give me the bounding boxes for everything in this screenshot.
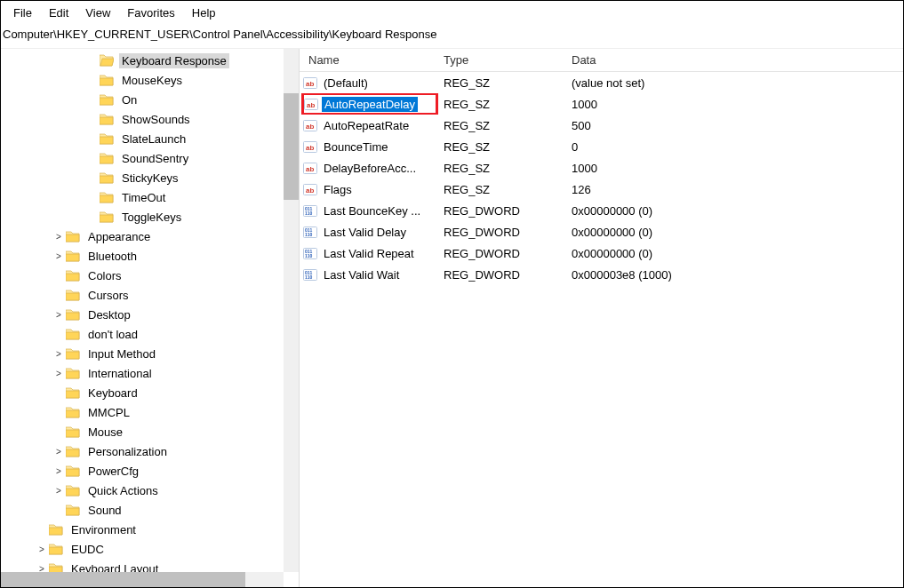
tree-item[interactable]: Keyboard	[1, 383, 299, 402]
tree-item[interactable]: >EUDC	[1, 539, 299, 559]
tree-item[interactable]: Colors	[1, 266, 299, 285]
address-bar[interactable]: Computer\HKEY_CURRENT_USER\Control Panel…	[1, 24, 903, 49]
svg-text:110: 110	[305, 253, 313, 258]
tree-item[interactable]: ShowSounds	[1, 109, 299, 129]
folder-icon	[66, 386, 80, 399]
tree-expander-icon[interactable]: >	[52, 466, 66, 476]
tree-item[interactable]: >Input Method	[1, 344, 299, 363]
folder-icon	[100, 171, 114, 184]
menu-favorites[interactable]: Favorites	[120, 4, 181, 22]
tree-item[interactable]: >Desktop	[1, 305, 299, 324]
value-name: (Default)	[321, 75, 371, 91]
value-type: REG_SZ	[438, 162, 566, 175]
dword-value-icon: 011110	[303, 203, 317, 218]
tree-item[interactable]: Environment	[1, 520, 299, 539]
folder-icon	[66, 425, 80, 438]
menu-view[interactable]: View	[78, 4, 117, 22]
tree-item-label: ShowSounds	[119, 112, 193, 127]
tree-item[interactable]: MouseKeys	[1, 70, 299, 90]
svg-text:110: 110	[305, 232, 313, 237]
column-header-name[interactable]: Name	[300, 53, 438, 67]
column-header-data[interactable]: Data	[566, 53, 903, 67]
tree-item-label: PowerCfg	[85, 464, 141, 479]
tree-item[interactable]: >Bluetooth	[1, 246, 299, 266]
svg-text:110: 110	[305, 274, 313, 280]
tree-item-label: On	[119, 92, 140, 107]
list-row[interactable]: abAutoRepeatDelayREG_SZ1000	[300, 93, 903, 115]
regedit-window: { "menubar": ["File","Edit","View","Favo…	[0, 0, 904, 588]
value-type: REG_DWORD	[438, 226, 566, 239]
value-type: REG_SZ	[438, 183, 566, 196]
string-value-icon: ab	[303, 161, 317, 175]
tree-item[interactable]: SoundSentry	[1, 148, 299, 168]
value-data: 0	[566, 140, 903, 154]
tree-expander-icon[interactable]: >	[52, 251, 66, 261]
address-text: Computer\HKEY_CURRENT_USER\Control Panel…	[3, 28, 436, 41]
folder-icon	[49, 562, 63, 572]
folder-icon	[100, 191, 114, 203]
tree-item[interactable]: Cursors	[1, 285, 299, 305]
tree-item-label: Keyboard Layout	[68, 561, 161, 573]
tree-item[interactable]: >Personalization	[1, 441, 299, 461]
tree-expander-icon[interactable]: >	[52, 232, 66, 242]
tree-item[interactable]: MMCPL	[1, 402, 299, 422]
menu-edit[interactable]: Edit	[42, 4, 76, 22]
tree-item[interactable]: >Appearance	[1, 226, 299, 246]
list-row[interactable]: 011110Last Valid WaitREG_DWORD0x000003e8…	[300, 264, 903, 285]
list-row[interactable]: 011110Last Valid RepeatREG_DWORD0x000000…	[300, 242, 903, 264]
value-type: REG_SZ	[438, 119, 566, 132]
value-data: (value not set)	[566, 76, 903, 90]
list-row[interactable]: 011110Last BounceKey ...REG_DWORD0x00000…	[300, 200, 903, 221]
tree-expander-icon[interactable]: >	[35, 544, 49, 554]
tree-item[interactable]: >Quick Actions	[1, 481, 299, 500]
tree-item[interactable]: ToggleKeys	[1, 207, 299, 226]
tree-expander-icon[interactable]: >	[52, 310, 66, 320]
tree-item[interactable]: don't load	[1, 324, 299, 344]
tree-expander-icon[interactable]: >	[52, 369, 66, 378]
tree-item[interactable]: TimeOut	[1, 187, 299, 207]
tree-item[interactable]: >Keyboard Layout	[1, 559, 299, 572]
tree-item-label: EUDC	[68, 542, 107, 557]
tree-item[interactable]: StickyKeys	[1, 168, 299, 187]
column-header-type[interactable]: Type	[438, 53, 566, 67]
tree-vertical-scrollbar-thumb[interactable]	[284, 93, 299, 200]
tree-item[interactable]: SlateLaunch	[1, 129, 299, 148]
content: Keyboard ResponseMouseKeysOnShowSoundsSl…	[1, 49, 903, 587]
folder-open-icon	[100, 54, 114, 67]
list-row[interactable]: 011110Last Valid DelayREG_DWORD0x0000000…	[300, 221, 903, 242]
svg-text:ab: ab	[306, 165, 314, 173]
list-row[interactable]: abFlagsREG_SZ126	[300, 179, 903, 200]
tree-vertical-scrollbar[interactable]	[284, 49, 299, 572]
tree-expander-icon[interactable]: >	[52, 349, 66, 359]
folder-icon	[66, 250, 80, 262]
tree-view[interactable]: Keyboard ResponseMouseKeysOnShowSoundsSl…	[1, 49, 299, 572]
tree-horizontal-scrollbar[interactable]	[1, 572, 284, 587]
folder-icon	[100, 211, 114, 223]
folder-icon	[66, 465, 80, 477]
tree-item[interactable]: >International	[1, 363, 299, 383]
tree-item-label: Environment	[68, 522, 139, 537]
tree-item[interactable]: On	[1, 90, 299, 109]
tree-item[interactable]: >PowerCfg	[1, 461, 299, 481]
tree-item[interactable]: Sound	[1, 500, 299, 520]
list-row[interactable]: abAutoRepeatRateREG_SZ500	[300, 115, 903, 136]
tree-expander-icon[interactable]: >	[35, 564, 49, 573]
list-row[interactable]: abBounceTimeREG_SZ0	[300, 136, 903, 157]
string-value-icon: ab	[304, 97, 318, 111]
dword-value-icon: 011110	[303, 225, 317, 239]
tree-item-label: Mouse	[85, 425, 125, 440]
tree-item-label: SoundSentry	[119, 151, 191, 166]
folder-icon	[66, 289, 80, 301]
tree-expander-icon[interactable]: >	[52, 486, 66, 496]
menu-file[interactable]: File	[6, 4, 39, 22]
value-type: REG_DWORD	[438, 247, 566, 260]
tree-item[interactable]: Keyboard Response	[1, 51, 299, 70]
menu-help[interactable]: Help	[185, 4, 223, 22]
value-name: DelayBeforeAcc...	[321, 161, 419, 176]
list-row[interactable]: abDelayBeforeAcc...REG_SZ1000	[300, 157, 903, 179]
tree-expander-icon[interactable]: >	[52, 447, 66, 457]
list-row[interactable]: ab(Default)REG_SZ(value not set)	[300, 72, 903, 93]
tree-item-label: ToggleKeys	[119, 210, 184, 225]
tree-item[interactable]: Mouse	[1, 422, 299, 441]
tree-horizontal-scrollbar-thumb[interactable]	[1, 572, 245, 587]
